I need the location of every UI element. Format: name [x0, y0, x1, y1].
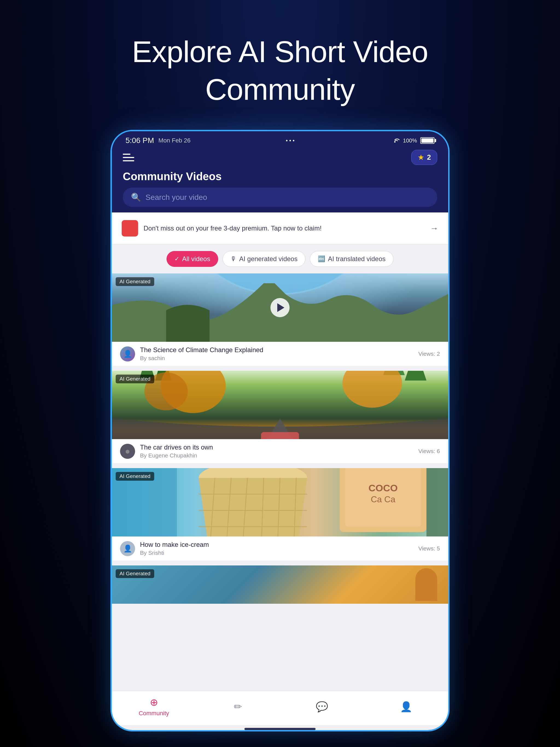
ai-badge-3: AI Generated	[116, 472, 154, 481]
status-icons: 100%	[390, 137, 434, 144]
thumbnail-art-3: COCO Ca Ca	[112, 468, 448, 537]
svg-rect-14	[427, 468, 448, 537]
status-time: 5:06 PM	[126, 136, 154, 145]
svg-point-0	[394, 141, 396, 143]
profile-icon: 👤	[400, 701, 412, 713]
mic-icon: 🎙	[230, 255, 236, 262]
play-triangle-icon	[277, 303, 284, 312]
search-placeholder: Search your video	[146, 193, 429, 202]
filter-tabs: ✓ All videos 🎙 AI generated videos 🔤 AI …	[112, 244, 448, 274]
video-info-3: 👤 How to make ice-cream By Srishti Views…	[112, 537, 448, 561]
main-content: Don't miss out on your free 3-day premiu…	[112, 212, 448, 730]
tab-ai-generated[interactable]: 🎙 AI generated videos	[223, 251, 305, 267]
home-indicator	[245, 728, 315, 730]
status-bar: 5:06 PM Mon Feb 26 • • • 100%	[112, 131, 448, 147]
video-author-3: By Srishti	[140, 549, 209, 556]
status-date: Mon Feb 26	[158, 137, 190, 144]
star-icon: ★	[417, 153, 424, 162]
community-icon: ⊕	[150, 697, 158, 708]
edit-icon: ✏	[234, 701, 242, 713]
hamburger-line-2	[123, 157, 134, 158]
promo-text: Don't miss out on your free 3-day premiu…	[144, 225, 425, 232]
battery-icon	[420, 137, 434, 144]
video-thumbnail-4: AI Generated	[112, 565, 448, 604]
avatar-3: 👤	[120, 541, 135, 556]
nav-create[interactable]: ✏	[216, 701, 260, 713]
video-views-3: Views: 5	[418, 545, 440, 552]
video-title-2: The car drives on its own	[140, 443, 213, 451]
nav-profile[interactable]: 👤	[384, 701, 428, 713]
ai-badge-2: AI Generated	[116, 375, 154, 383]
video-info-2: ● The car drives on its own By Eugene Ch…	[112, 439, 448, 463]
video-thumbnail-1: AI Generated	[112, 274, 448, 342]
section-title: Community Videos	[123, 170, 437, 183]
video-title-1: The Science of Climate Change Explained	[140, 346, 263, 354]
ai-badge-4: AI Generated	[116, 569, 154, 578]
star-badge-button[interactable]: ★ 2	[411, 150, 437, 165]
video-views-1: Views: 2	[418, 351, 440, 357]
tab-generated-label: AI generated videos	[239, 255, 298, 263]
tab-all-label: All videos	[182, 255, 210, 263]
video-list: AI Generated 👤 The Science of Climate Ch…	[112, 274, 448, 691]
svg-point-5	[342, 371, 402, 408]
avatar-1: 👤	[120, 346, 135, 361]
svg-text:Ca Ca: Ca Ca	[371, 494, 396, 504]
tab-translated-label: AI translated videos	[328, 255, 385, 263]
star-count: 2	[427, 153, 431, 162]
translate-icon: 🔤	[318, 255, 325, 262]
page-title: Explore AI Short Video Community	[88, 33, 472, 108]
video-author-1: By sachin	[140, 355, 263, 361]
chat-icon: 💬	[316, 701, 328, 713]
promo-icon	[122, 220, 138, 236]
video-card-3[interactable]: COCO Ca Ca AI Generated 👤 How to make ic…	[112, 468, 448, 561]
video-info-1: 👤 The Science of Climate Change Explaine…	[112, 342, 448, 366]
avatar-2: ●	[120, 444, 135, 459]
tab-all-videos[interactable]: ✓ All videos	[167, 251, 218, 267]
nav-community-label: Community	[138, 710, 169, 717]
promo-arrow-icon: →	[430, 224, 438, 233]
ai-badge-1: AI Generated	[116, 277, 154, 286]
hamburger-line-3	[123, 160, 134, 161]
hamburger-line-1	[123, 154, 130, 155]
checkmark-icon: ✓	[175, 255, 179, 262]
status-dots: • • •	[286, 137, 295, 144]
promo-banner[interactable]: Don't miss out on your free 3-day premiu…	[112, 212, 448, 244]
menu-button[interactable]	[123, 154, 134, 161]
svg-text:COCO: COCO	[368, 483, 398, 493]
video-card-2[interactable]: AI Generated ● The car drives on its own…	[112, 371, 448, 463]
video-card-1[interactable]: AI Generated 👤 The Science of Climate Ch…	[112, 274, 448, 366]
video-card-4[interactable]: AI Generated	[112, 565, 448, 604]
video-title-3: How to make ice-cream	[140, 541, 209, 548]
phone-frame: 5:06 PM Mon Feb 26 • • • 100%	[110, 130, 450, 731]
svg-rect-7	[261, 432, 299, 439]
play-button-1[interactable]	[271, 298, 289, 317]
video-author-2: By Eugene Chupakhin	[140, 452, 213, 459]
bottom-nav: ⊕ Community ✏ 💬 👤	[112, 691, 448, 725]
search-bar[interactable]: 🔍 Search your video	[123, 187, 437, 207]
search-icon: 🔍	[131, 192, 141, 202]
wifi-icon	[390, 137, 400, 144]
video-thumbnail-3: COCO Ca Ca AI Generated	[112, 468, 448, 537]
video-thumbnail-2: AI Generated	[112, 371, 448, 439]
tab-ai-translated[interactable]: 🔤 AI translated videos	[310, 251, 393, 267]
nav-messages[interactable]: 💬	[300, 701, 344, 713]
nav-community[interactable]: ⊕ Community	[132, 697, 176, 717]
battery-percent: 100%	[403, 137, 417, 144]
thumbnail-art-2	[112, 371, 448, 439]
video-views-2: Views: 6	[418, 448, 440, 455]
app-header: ★ 2 Community Videos 🔍 Search your video	[112, 147, 448, 212]
